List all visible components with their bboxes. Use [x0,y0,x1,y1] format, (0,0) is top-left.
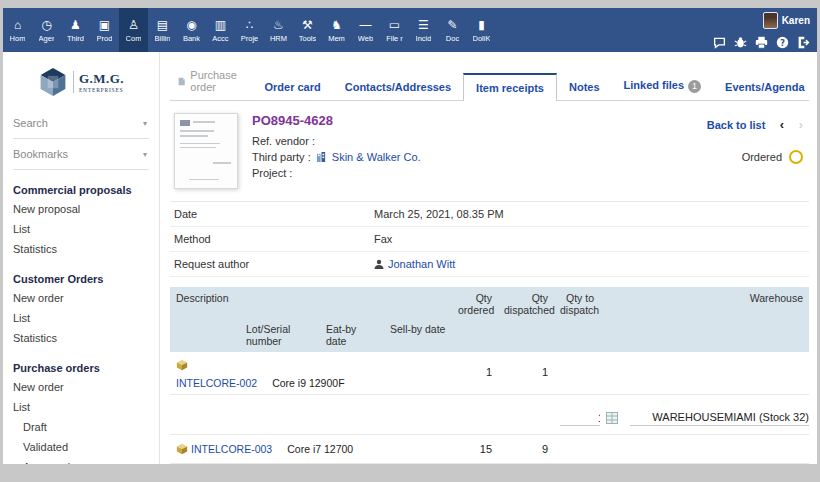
accountancy-icon: ▥ [215,19,226,32]
qty-ordered-value: 15 [452,435,498,464]
third-party-link[interactable]: Skin & Walker Co. [332,151,421,163]
sidebar-item-new-purchase-order[interactable]: New order [13,377,149,397]
menu-bank[interactable]: ◉Bank [177,8,206,52]
tab-order-card[interactable]: Order card [252,74,332,100]
product-row: INTELCORE-002 Core i9 12900F 1 1 [170,352,809,395]
left-sidebar: G.M.G. ENTERPRISES Search ▾ Bookmarks ▾ … [3,52,160,464]
company-logo: G.M.G. ENTERPRISES [13,58,149,108]
sidebar-item-new-proposal[interactable]: New proposal [13,199,149,219]
print-icon[interactable] [755,36,768,49]
product-ref-link[interactable]: INTELCORE-003 [191,443,272,455]
main-content: Purchase order Order card Contacts/Addre… [160,52,817,464]
chat-icon[interactable] [713,36,726,49]
sidebar-item-po-validated[interactable]: Validated [13,437,149,457]
tab-bar: Purchase order Order card Contacts/Addre… [170,62,809,101]
dispatch-row: WAREHOUSEMIAMI (Stock 32) ▾ [170,395,809,435]
logout-icon[interactable] [797,36,810,49]
menu-agenda[interactable]: ◷Ager [32,8,61,52]
menu-documents[interactable]: ✎Doc [438,8,467,52]
tab-contacts-addresses[interactable]: Contacts/Addresses [333,74,463,100]
document-thumbnail[interactable] [174,113,238,189]
menu-accountancy[interactable]: ▥Accc [206,8,235,52]
tab-linked-files[interactable]: Linked files1 [612,72,714,100]
menu-website[interactable]: ―Web [351,8,380,52]
menu-commercial[interactable]: ♙Com [119,8,148,52]
tab-item-receipts[interactable]: Item receipts [463,73,557,101]
col-sell-by: Sell-by date [384,321,452,352]
menu-files[interactable]: ▭File r [380,8,409,52]
files-icon: ▭ [389,19,400,32]
tab-events-agenda[interactable]: Events/Agenda [713,74,816,100]
section-commercial-proposals: Commercial proposals [13,170,149,199]
menu-members[interactable]: ♞Mem [322,8,351,52]
sidebar-item-purchase-orders-list[interactable]: List [13,397,149,417]
tab-context: Purchase order [172,62,252,100]
request-author-link[interactable]: Jonathan Witt [388,258,455,270]
split-lot-icon[interactable] [606,412,618,424]
sidebar-search[interactable]: Search ▾ [13,108,149,139]
menu-dolikanban[interactable]: ▮DoliK [467,8,496,52]
menu-incidents[interactable]: ☰Incid [409,8,438,52]
po-reference: PO8945-4628 [252,113,421,129]
bug-icon[interactable] [734,36,747,49]
products-icon: ▣ [99,19,110,32]
qty-to-dispatch-input[interactable] [560,411,600,426]
user-icon [374,259,384,269]
sidebar-item-proposals-statistics[interactable]: Statistics [13,239,149,259]
back-to-list-link[interactable]: Back to list [707,119,766,131]
product-cube-icon [176,443,188,455]
col-eat-by: Eat-by date [320,321,384,352]
svg-text:?: ? [780,38,785,48]
qty-dispatched-value: 9 [498,435,554,464]
logo-text: G.M.G. [79,71,124,87]
third-party-line: Third party : Skin & Walker Co. [252,149,421,165]
menu-thirdparties[interactable]: ♟Third [61,8,90,52]
menu-hrm[interactable]: ♨HRM [264,8,293,52]
user-name: Karen [782,15,810,26]
help-icon[interactable]: ? [776,36,789,49]
sidebar-bookmarks[interactable]: Bookmarks ▾ [13,139,149,170]
sidebar-item-new-customer-order[interactable]: New order [13,288,149,308]
menu-billing[interactable]: ▤Billin [148,8,177,52]
menu-home[interactable]: ⌂Hom [3,8,32,52]
sidebar-item-customer-orders-statistics[interactable]: Statistics [13,328,149,348]
status-ordered-icon [789,150,803,164]
menu-projects[interactable]: ∴Proje [235,8,264,52]
col-qty-to-dispatch: Qty to dispatch [554,287,600,321]
agenda-icon: ◷ [41,19,51,32]
col-lot-serial: Lot/Serial number [240,321,320,352]
product-ref-link[interactable]: INTELCORE-002 [176,377,257,389]
next-record-icon[interactable]: › [799,117,803,132]
billing-icon: ▤ [157,19,168,32]
col-qty-ordered: Qty ordered [452,287,498,321]
section-purchase-orders: Purchase orders [13,348,149,377]
warehouse-select[interactable]: WAREHOUSEMIAMI (Stock 32) ▾ [630,411,809,426]
detail-row-date: Date March 25, 2021, 08.35 PM [170,202,809,227]
navbar-user-area: Karen ? [713,12,810,49]
section-customer-orders: Customer Orders [13,259,149,288]
user-menu[interactable]: Karen [713,12,810,29]
documents-icon: ✎ [447,19,457,32]
sidebar-item-customer-orders-list[interactable]: List [13,308,149,328]
product-name: Core i7 12700 [287,443,353,455]
menu-products[interactable]: ▣Prod [90,8,119,52]
tab-notes[interactable]: Notes [557,74,612,100]
menu-tools[interactable]: ⚒Tools [293,8,322,52]
sidebar-item-po-draft[interactable]: Draft [13,417,149,437]
method-value: Fax [374,233,392,245]
product-row: INTELCORE-003 Core i7 12700 15 9 [170,435,809,464]
project-line: Project : [252,165,421,181]
previous-record-icon[interactable]: ‹ [780,117,784,132]
detail-row-method: Method Fax [170,227,809,252]
document-icon [178,75,185,88]
sidebar-item-po-approved[interactable]: Approved [13,457,149,464]
qty-dispatched-value: 1 [498,352,554,395]
detail-row-request-author: Request author Jonathan Witt [170,252,809,277]
app-window: ⌂Hom ◷Ager ♟Third ▣Prod ♙Com ▤Billin ◉Ba… [3,8,817,464]
ref-vendor-line: Ref. vendor : [252,133,421,149]
hrm-icon: ♨ [273,19,284,32]
linked-files-badge: 1 [688,80,701,93]
product-name: Core i9 12900F [272,377,344,389]
sidebar-item-proposals-list[interactable]: List [13,219,149,239]
members-icon: ♞ [331,19,342,32]
